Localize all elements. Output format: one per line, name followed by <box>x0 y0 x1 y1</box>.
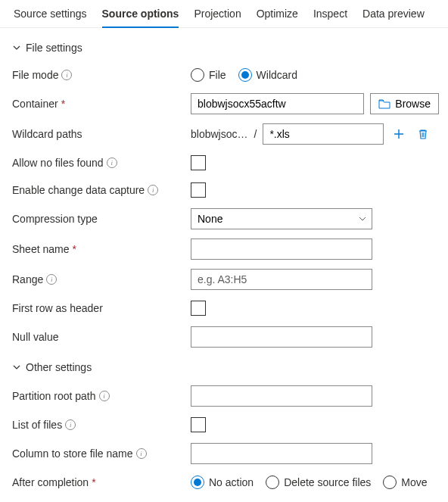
radio-delete-source[interactable]: Delete source files <box>266 475 371 489</box>
chevron-down-icon <box>12 363 21 372</box>
tab-data-preview[interactable]: Data preview <box>355 0 432 27</box>
trash-icon <box>417 128 429 140</box>
tab-source-options[interactable]: Source options <box>95 0 187 27</box>
info-icon[interactable]: i <box>99 391 110 401</box>
label-list-of-files: List of files <box>12 419 62 431</box>
label-file-mode: File mode <box>12 69 58 81</box>
label-after-completion: After completion <box>12 476 89 488</box>
info-icon[interactable]: i <box>65 419 76 430</box>
radio-move[interactable]: Move <box>383 475 427 489</box>
radio-file[interactable]: File <box>191 68 226 82</box>
label-sheet-name: Sheet name <box>12 243 70 255</box>
label-first-row-header: First row as header <box>12 302 103 314</box>
section-title: File settings <box>26 42 82 54</box>
required-mark: * <box>73 243 76 255</box>
list-of-files-checkbox[interactable] <box>191 417 206 432</box>
add-path-button[interactable] <box>390 125 408 143</box>
label-range: Range <box>12 273 43 285</box>
wildcard-path-prefix: blobwjsoc… <box>191 128 247 140</box>
info-icon[interactable]: i <box>136 448 147 459</box>
tabs: Source settings Source options Projectio… <box>0 0 448 28</box>
radio-no-action[interactable]: No action <box>191 475 254 489</box>
file-mode-group: File Wildcard <box>191 68 439 82</box>
range-input[interactable] <box>191 269 372 290</box>
section-title: Other settings <box>26 361 92 373</box>
label-null-value: Null value <box>12 331 58 343</box>
allow-no-files-checkbox[interactable] <box>191 155 206 170</box>
info-icon[interactable]: i <box>61 70 72 80</box>
after-completion-group: No action Delete source files Move <box>191 475 439 489</box>
delete-path-button[interactable] <box>414 125 432 143</box>
label-enable-cdc: Enable change data capture <box>12 184 145 196</box>
label-allow-no-files: Allow no files found <box>12 157 104 169</box>
info-icon[interactable]: i <box>46 274 57 285</box>
tab-inspect[interactable]: Inspect <box>306 0 355 27</box>
tab-projection[interactable]: Projection <box>186 0 248 27</box>
tab-source-settings[interactable]: Source settings <box>6 0 95 27</box>
column-store-input[interactable] <box>191 443 372 464</box>
partition-root-input[interactable] <box>191 385 372 407</box>
info-icon[interactable]: i <box>148 185 158 195</box>
required-mark: * <box>92 476 95 488</box>
label-wildcard-paths: Wildcard paths <box>12 128 82 140</box>
radio-wildcard[interactable]: Wildcard <box>238 68 297 82</box>
section-file-settings[interactable]: File settings <box>9 39 439 61</box>
label-compression: Compression type <box>12 213 98 225</box>
path-separator: / <box>254 128 257 140</box>
chevron-down-icon <box>12 43 21 52</box>
first-row-header-checkbox[interactable] <box>191 301 206 316</box>
container-input[interactable] <box>191 93 364 114</box>
folder-icon <box>378 98 390 109</box>
section-other-settings[interactable]: Other settings <box>9 352 439 381</box>
sheet-name-input[interactable] <box>191 239 372 260</box>
info-icon[interactable]: i <box>107 157 117 168</box>
wildcard-path-input[interactable] <box>263 123 384 145</box>
label-partition-root: Partition root path <box>12 390 96 402</box>
enable-cdc-checkbox[interactable] <box>191 182 206 198</box>
label-column-store: Column to store file name <box>12 447 133 460</box>
plus-icon <box>393 128 405 140</box>
compression-select[interactable]: None <box>191 208 372 229</box>
required-mark: * <box>61 98 65 110</box>
tab-optimize[interactable]: Optimize <box>249 0 306 27</box>
label-container: Container <box>12 98 58 110</box>
null-value-input[interactable] <box>191 326 372 348</box>
browse-button[interactable]: Browse <box>370 93 439 114</box>
